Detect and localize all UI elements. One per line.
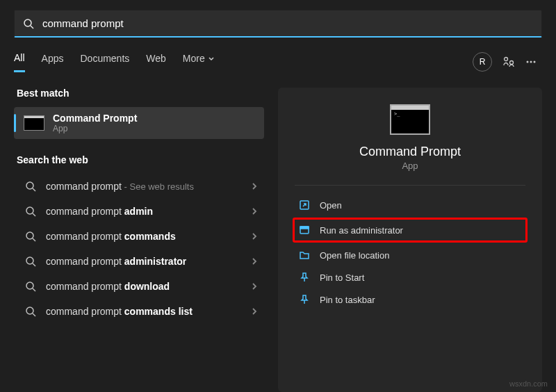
web-result-text: command prompt download bbox=[46, 281, 246, 292]
result-texts: Command Prompt App bbox=[53, 113, 257, 133]
chevron-down-icon bbox=[208, 55, 215, 62]
svg-point-13 bbox=[26, 257, 33, 264]
detail-panel: Command Prompt App Open Run as administr… bbox=[278, 88, 542, 392]
chevron-right-icon bbox=[252, 307, 257, 316]
chevron-right-icon bbox=[252, 282, 257, 291]
command-prompt-large-icon bbox=[390, 104, 430, 135]
svg-rect-21 bbox=[300, 227, 309, 229]
search-bar[interactable] bbox=[14, 10, 542, 38]
more-options-icon[interactable] bbox=[520, 51, 542, 73]
chevron-right-icon bbox=[252, 182, 257, 190]
chevron-right-icon bbox=[252, 257, 257, 266]
svg-point-4 bbox=[527, 61, 529, 63]
open-icon bbox=[299, 199, 310, 211]
web-results-list: command prompt - See web results command… bbox=[14, 174, 264, 324]
action-pin-to-start[interactable]: Pin to Start bbox=[295, 266, 525, 288]
svg-line-14 bbox=[33, 263, 35, 266]
results-panel: Best match Command Prompt App Search the… bbox=[14, 88, 264, 392]
user-avatar[interactable]: R bbox=[473, 52, 492, 72]
svg-point-5 bbox=[530, 61, 532, 63]
org-icon[interactable] bbox=[498, 51, 520, 73]
tab-apps[interactable]: Apps bbox=[42, 53, 64, 71]
web-result-item[interactable]: command prompt administrator bbox=[14, 249, 264, 274]
tabs-row: All Apps Documents Web More R bbox=[0, 43, 556, 74]
web-result-item[interactable]: command prompt download bbox=[14, 274, 264, 299]
tab-web[interactable]: Web bbox=[146, 53, 166, 71]
chevron-right-icon bbox=[252, 232, 257, 240]
web-result-text: command prompt administrator bbox=[46, 256, 246, 267]
web-result-item[interactable]: command prompt admin bbox=[14, 199, 264, 224]
action-label: Run as administrator bbox=[320, 225, 403, 236]
web-result-item[interactable]: command prompt - See web results bbox=[14, 174, 264, 199]
divider bbox=[295, 185, 525, 186]
svg-point-6 bbox=[534, 61, 536, 63]
action-open-file-location[interactable]: Open file location bbox=[295, 244, 525, 266]
action-label: Open bbox=[320, 200, 342, 211]
svg-line-12 bbox=[33, 238, 35, 241]
svg-line-1 bbox=[31, 26, 33, 28]
pin-icon bbox=[299, 294, 310, 305]
action-pin-to-taskbar[interactable]: Pin to taskbar bbox=[295, 288, 525, 311]
tab-documents[interactable]: Documents bbox=[80, 53, 129, 71]
actions-list: Open Run as administrator Open file loca… bbox=[295, 194, 525, 311]
chevron-right-icon bbox=[252, 207, 257, 215]
pin-icon bbox=[299, 272, 310, 283]
search-icon bbox=[23, 18, 34, 29]
action-run-as-administrator[interactable]: Run as administrator bbox=[293, 218, 528, 243]
action-label: Pin to taskbar bbox=[320, 295, 375, 305]
svg-point-3 bbox=[510, 61, 514, 65]
detail-title: Command Prompt bbox=[359, 145, 461, 159]
search-icon bbox=[25, 281, 36, 292]
content-area: Best match Command Prompt App Search the… bbox=[0, 74, 556, 392]
web-result-text: command prompt commands bbox=[46, 231, 246, 242]
web-result-item[interactable]: command prompt commands list bbox=[14, 299, 264, 324]
search-icon bbox=[25, 181, 36, 192]
svg-line-10 bbox=[33, 213, 35, 216]
svg-line-16 bbox=[33, 288, 35, 291]
action-open[interactable]: Open bbox=[295, 194, 525, 216]
web-result-text: command prompt commands list bbox=[46, 306, 246, 317]
search-web-heading: Search the web bbox=[17, 154, 264, 165]
action-label: Open file location bbox=[320, 250, 389, 261]
detail-header: Command Prompt App bbox=[295, 104, 525, 171]
tab-more[interactable]: More bbox=[183, 53, 215, 71]
search-icon bbox=[25, 306, 36, 317]
web-result-item[interactable]: command prompt commands bbox=[14, 224, 264, 249]
command-prompt-icon bbox=[24, 115, 44, 131]
svg-point-15 bbox=[26, 282, 33, 289]
svg-line-8 bbox=[33, 188, 35, 191]
best-match-heading: Best match bbox=[17, 88, 264, 99]
result-title: Command Prompt bbox=[53, 113, 257, 124]
search-input[interactable] bbox=[42, 17, 533, 29]
svg-point-17 bbox=[26, 307, 33, 314]
svg-point-9 bbox=[26, 207, 33, 214]
svg-line-18 bbox=[33, 313, 35, 316]
web-result-text: command prompt - See web results bbox=[46, 181, 246, 192]
search-icon bbox=[25, 206, 36, 217]
result-subtitle: App bbox=[53, 124, 257, 133]
action-label: Pin to Start bbox=[320, 272, 364, 283]
watermark: wsxdn.com bbox=[509, 379, 548, 388]
svg-point-2 bbox=[505, 58, 508, 61]
folder-icon bbox=[299, 250, 310, 261]
svg-point-0 bbox=[24, 19, 31, 26]
detail-subtitle: App bbox=[402, 161, 418, 171]
admin-icon bbox=[299, 224, 310, 236]
svg-point-11 bbox=[26, 232, 33, 239]
tab-all[interactable]: All bbox=[14, 52, 25, 72]
search-icon bbox=[25, 256, 36, 267]
tab-more-label: More bbox=[183, 53, 205, 64]
search-icon bbox=[25, 231, 36, 242]
web-result-text: command prompt admin bbox=[46, 206, 246, 217]
best-match-result[interactable]: Command Prompt App bbox=[14, 107, 264, 139]
svg-point-7 bbox=[26, 182, 33, 189]
